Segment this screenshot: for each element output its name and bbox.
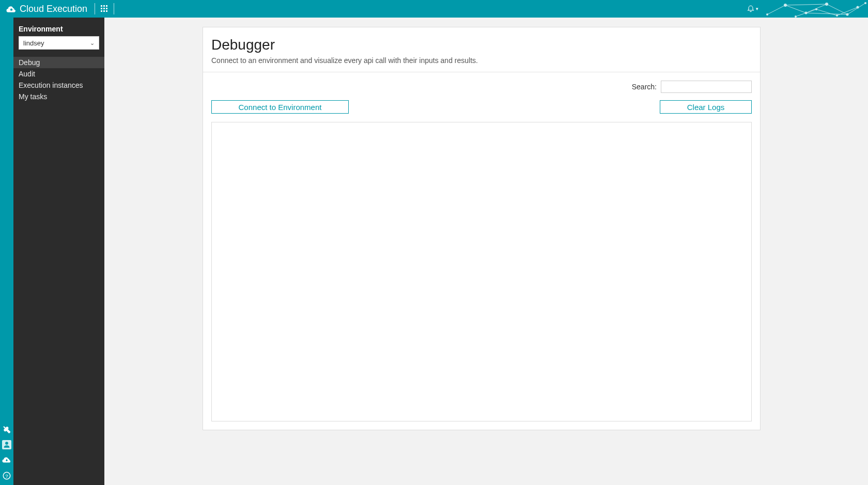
help-icon[interactable]: ? xyxy=(2,471,12,481)
svg-point-28 xyxy=(836,14,838,17)
svg-rect-9 xyxy=(106,10,107,12)
sidebar: Environment lindsey ⌄ DebugAuditExecutio… xyxy=(13,18,104,485)
sidebar-item-execution-instances[interactable]: Execution instances xyxy=(13,80,104,91)
svg-line-15 xyxy=(785,4,827,5)
svg-point-21 xyxy=(784,4,787,7)
left-rail: ? xyxy=(0,18,13,485)
svg-text:?: ? xyxy=(5,473,8,479)
chevron-down-icon: ⌄ xyxy=(90,40,95,46)
tools-icon[interactable] xyxy=(2,424,12,434)
svg-line-10 xyxy=(767,5,785,14)
environment-select-value: lindsey xyxy=(23,39,44,47)
svg-point-26 xyxy=(795,15,797,18)
environment-select[interactable]: lindsey ⌄ xyxy=(19,36,99,50)
header-divider xyxy=(114,3,114,14)
brand-title: Cloud Execution xyxy=(20,4,87,14)
card-header: Debugger Connect to an environment and v… xyxy=(203,27,760,72)
svg-line-11 xyxy=(785,5,806,13)
svg-rect-6 xyxy=(106,8,107,9)
svg-point-29 xyxy=(857,6,859,9)
header-divider xyxy=(95,3,95,14)
card-body: Search: Connect to Environment Clear Log… xyxy=(203,72,760,430)
debugger-card: Debugger Connect to an environment and v… xyxy=(203,27,761,430)
svg-line-18 xyxy=(816,9,837,15)
apps-grid-icon[interactable] xyxy=(98,3,111,15)
connect-to-environment-button[interactable]: Connect to Environment xyxy=(211,100,349,114)
header-network-decoration xyxy=(765,0,868,18)
svg-point-24 xyxy=(846,13,849,16)
sidebar-item-debug[interactable]: Debug xyxy=(13,57,104,68)
sidebar-section-label: Environment xyxy=(13,25,104,36)
svg-point-20 xyxy=(766,13,768,15)
svg-point-25 xyxy=(864,2,866,4)
search-input[interactable] xyxy=(661,81,752,93)
svg-rect-1 xyxy=(101,5,102,7)
notifications-button[interactable]: ▾ xyxy=(740,4,765,14)
svg-rect-4 xyxy=(101,8,102,9)
main-content: Debugger Connect to an environment and v… xyxy=(104,18,868,485)
bell-icon xyxy=(747,4,755,14)
svg-line-14 xyxy=(847,3,865,14)
cloud-download-icon[interactable] xyxy=(2,455,12,465)
user-avatar-icon[interactable] xyxy=(2,440,12,450)
svg-rect-8 xyxy=(103,10,105,12)
svg-point-22 xyxy=(805,12,808,14)
page-subtitle: Connect to an environment and visualize … xyxy=(211,56,752,65)
sidebar-item-audit[interactable]: Audit xyxy=(13,68,104,80)
svg-rect-5 xyxy=(103,8,105,9)
app-header: Cloud Execution ▾ xyxy=(0,0,868,18)
button-row: Connect to Environment Clear Logs xyxy=(211,100,752,114)
clear-logs-button[interactable]: Clear Logs xyxy=(660,100,752,114)
svg-point-27 xyxy=(815,8,817,10)
search-label: Search: xyxy=(632,83,657,91)
search-row: Search: xyxy=(211,81,752,93)
svg-line-13 xyxy=(827,4,847,14)
sidebar-item-my-tasks[interactable]: My tasks xyxy=(13,91,104,102)
chevron-down-icon: ▾ xyxy=(756,6,758,11)
svg-rect-7 xyxy=(101,10,102,12)
brand[interactable]: Cloud Execution xyxy=(2,4,91,14)
cloud-icon xyxy=(6,4,17,13)
page-title: Debugger xyxy=(211,37,752,53)
svg-point-23 xyxy=(825,3,828,6)
svg-rect-3 xyxy=(106,5,107,7)
svg-rect-2 xyxy=(103,5,105,7)
log-output-area xyxy=(211,122,752,421)
